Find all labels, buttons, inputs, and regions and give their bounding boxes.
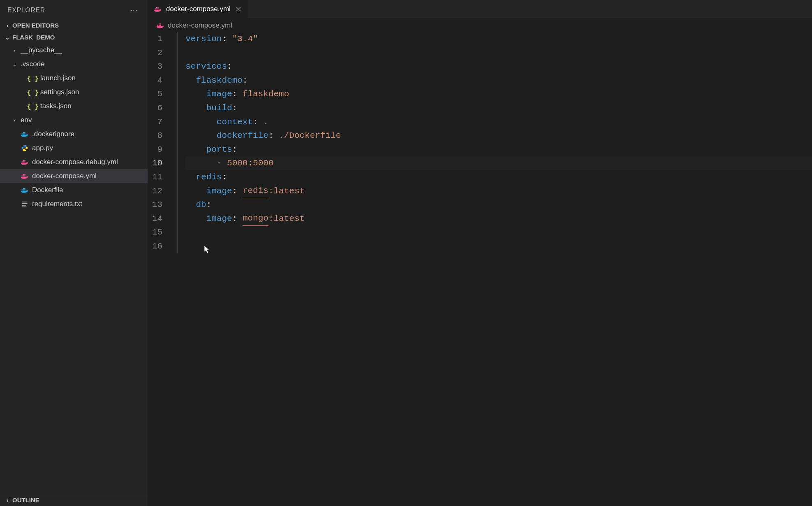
svg-rect-0 (22, 133, 23, 135)
token-punc: : (206, 198, 212, 212)
section-folder[interactable]: ⌄ FLASK_DEMO (0, 31, 148, 43)
line-number: 7 (152, 115, 162, 129)
svg-rect-15 (23, 174, 24, 175)
token-key: image (206, 212, 232, 226)
token-punc: : (222, 170, 227, 184)
token-key: db (196, 198, 206, 212)
code-line[interactable]: context: . (185, 115, 812, 129)
token-punc: : (243, 74, 248, 88)
code-line[interactable]: ports: (185, 143, 812, 157)
section-folder-label: FLASK_DEMO (12, 34, 55, 41)
svg-rect-12 (22, 175, 23, 176)
sidebar-more-actions[interactable]: ··· (128, 5, 140, 15)
file-dockerfile[interactable]: Dockerfile (0, 183, 148, 197)
code-line[interactable] (185, 225, 812, 239)
token-key: services (185, 60, 227, 74)
code-line[interactable] (185, 239, 812, 253)
file-icon: { } (29, 102, 37, 110)
line-number: 8 (152, 129, 162, 143)
code-line[interactable]: db: (185, 198, 812, 212)
file-icon (21, 130, 29, 138)
line-number: 1 (152, 32, 162, 46)
code-line[interactable]: flaskdemo: (185, 74, 812, 88)
file-docker-compose-debug-yml[interactable]: docker-compose.debug.yml (0, 155, 148, 169)
token-key: image (206, 184, 232, 198)
breadcrumb-bar[interactable]: docker-compose.yml (148, 18, 812, 32)
token-plain (185, 74, 196, 88)
file-icon (21, 186, 29, 194)
line-number: 5 (152, 87, 162, 101)
token-punc: : (232, 184, 238, 198)
tree-item-label: .dockerignore (32, 130, 74, 138)
folder--vscode[interactable]: ⌄.vscode (0, 57, 148, 71)
svg-rect-18 (23, 189, 24, 190)
editor-group: docker-compose.yml docker-compose.yml 12… (148, 0, 812, 506)
code-line[interactable]: image: redis:latest (185, 184, 812, 198)
token-plain (273, 129, 279, 143)
code-line[interactable]: build: (185, 101, 812, 115)
folder-env[interactable]: ›env (0, 113, 148, 127)
token-punc: : (268, 129, 274, 143)
tree-item-label: tasks.json (40, 102, 72, 110)
code-line[interactable]: dockerfile: ./Dockerfile (185, 129, 812, 143)
docker-whale-icon (21, 130, 29, 138)
line-number: 4 (152, 74, 162, 88)
svg-rect-27 (156, 8, 157, 9)
chevron-right-icon: › (12, 117, 17, 123)
line-number: 6 (152, 101, 162, 115)
python-icon (21, 144, 28, 152)
svg-rect-9 (24, 161, 25, 162)
token-punc: - (217, 156, 227, 170)
token-str: . (263, 115, 268, 129)
line-number: 9 (152, 143, 162, 157)
svg-rect-3 (23, 132, 24, 133)
section-outline[interactable]: › OUTLINE (0, 494, 148, 506)
code-line[interactable]: version: "3.4" (185, 32, 812, 46)
tab-bar-empty (248, 0, 812, 18)
tab-close-button[interactable] (235, 5, 242, 13)
code-line[interactable]: redis: (185, 170, 812, 184)
file-settings-json[interactable]: { }settings.json (0, 85, 148, 99)
file-app-py[interactable]: app.py (0, 141, 148, 155)
app-root: EXPLORER ··· › OPEN EDITORS ⌄ FLASK_DEMO… (0, 0, 812, 506)
line-number: 15 (152, 225, 162, 239)
svg-rect-20 (23, 188, 24, 189)
file-docker-compose-yml[interactable]: docker-compose.yml (0, 169, 148, 183)
docker-whale-icon (156, 22, 164, 29)
code-line[interactable] (185, 46, 812, 60)
token-str: flaskdemo (243, 87, 289, 101)
breadcrumb-file-icon (156, 21, 164, 30)
token-key: redis (196, 170, 222, 184)
svg-rect-10 (23, 160, 24, 161)
code-line[interactable]: services: (185, 60, 812, 74)
tree-item-label: settings.json (40, 88, 79, 96)
file-tree[interactable]: ›__pycache__⌄.vscode{ }launch.json{ }set… (0, 43, 148, 494)
chevron-right-icon: › (12, 47, 17, 53)
file--dockerignore[interactable]: .dockerignore (0, 127, 148, 141)
file-tasks-json[interactable]: { }tasks.json (0, 99, 148, 113)
svg-rect-32 (159, 25, 160, 26)
line-number: 3 (152, 60, 162, 74)
line-number: 12 (152, 184, 162, 198)
code-content[interactable]: version: "3.4"services: flaskdemo: image… (173, 32, 812, 506)
tab-docker-compose[interactable]: docker-compose.yml (148, 0, 248, 18)
code-editor[interactable]: 12345678910111213141516 version: "3.4"se… (148, 32, 812, 506)
folder--pycache-[interactable]: ›__pycache__ (0, 43, 148, 57)
code-line[interactable]: image: flaskdemo (185, 87, 812, 101)
svg-rect-28 (157, 8, 159, 9)
close-icon (236, 6, 241, 12)
file-icon (21, 200, 29, 208)
token-link: redis (243, 184, 268, 198)
section-open-editors[interactable]: › OPEN EDITORS (0, 19, 148, 31)
file-requirements-txt[interactable]: requirements.txt (0, 197, 148, 211)
token-link: mongo (243, 211, 268, 226)
docker-compose-icon (154, 5, 162, 13)
tab-bar: docker-compose.yml (148, 0, 812, 18)
docker-whale-icon (21, 186, 29, 194)
code-line[interactable]: image: mongo:latest (185, 212, 812, 226)
token-key: flaskdemo (196, 74, 242, 88)
file-launch-json[interactable]: { }launch.json (0, 71, 148, 85)
token-plain (237, 87, 243, 101)
token-key: version (185, 32, 222, 46)
code-line[interactable]: - 5000:5000 (185, 156, 812, 170)
